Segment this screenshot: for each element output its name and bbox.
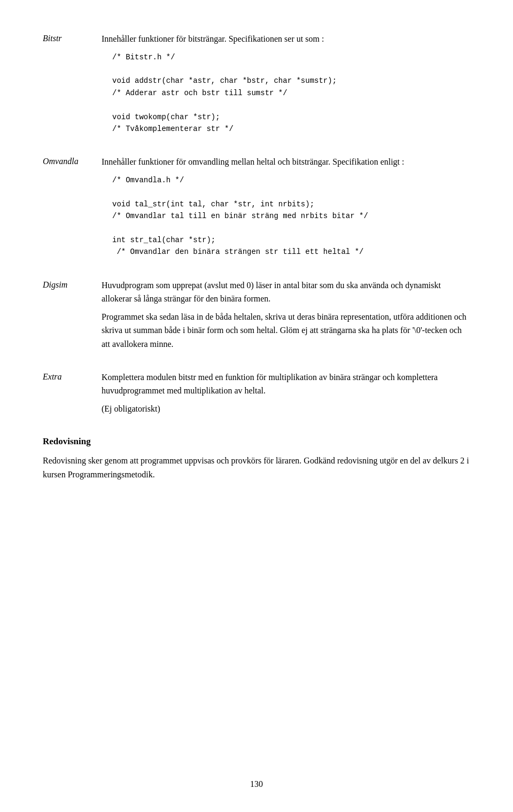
bitstr-intro: Innehåller funktioner för bitsträngar. S… [102,32,470,46]
redovisning-section: Redovisning Redovisning sker genom att p… [43,435,470,481]
digsim-content: Huvudprogram som upprepat (avslut med 0)… [102,279,470,355]
digsim-section: Digsim Huvudprogram som upprepat (avslut… [43,279,470,355]
extra-label: Extra [43,370,102,420]
bitstr-label: Bitstr [43,32,102,140]
omvandla-intro: Innehåller funktioner för omvandling mel… [102,155,470,169]
extra-para-2: (Ej obligatoriskt) [102,402,470,416]
page-footer: 130 [0,778,513,791]
omvandla-code: /* Omvandla.h */ void tal_str(int tal, c… [112,174,470,258]
omvandla-section: Omvandla Innehåller funktioner för omvan… [43,155,470,263]
bitstr-content: Innehåller funktioner för bitsträngar. S… [102,32,470,140]
redovisning-text: Redovisning sker genom att programmet up… [43,454,470,481]
omvandla-label: Omvandla [43,155,102,263]
page-number: 130 [250,779,263,788]
redovisning-heading: Redovisning [43,435,470,448]
extra-content: Komplettera modulen bitstr med en funkti… [102,370,470,420]
bitstr-section: Bitstr Innehåller funktioner för bitsträ… [43,32,470,140]
digsim-label: Digsim [43,279,102,355]
omvandla-content: Innehåller funktioner för omvandling mel… [102,155,470,263]
extra-para-1: Komplettera modulen bitstr med en funkti… [102,370,470,398]
digsim-para-1: Huvudprogram som upprepat (avslut med 0)… [102,279,470,306]
digsim-para-2: Programmet ska sedan läsa in de båda hel… [102,310,470,351]
page-content: Bitstr Innehåller funktioner för bitsträ… [43,32,470,481]
extra-section: Extra Komplettera modulen bitstr med en … [43,370,470,420]
bitstr-code: /* Bitstr.h */ void addstr(char *astr, c… [112,51,470,135]
